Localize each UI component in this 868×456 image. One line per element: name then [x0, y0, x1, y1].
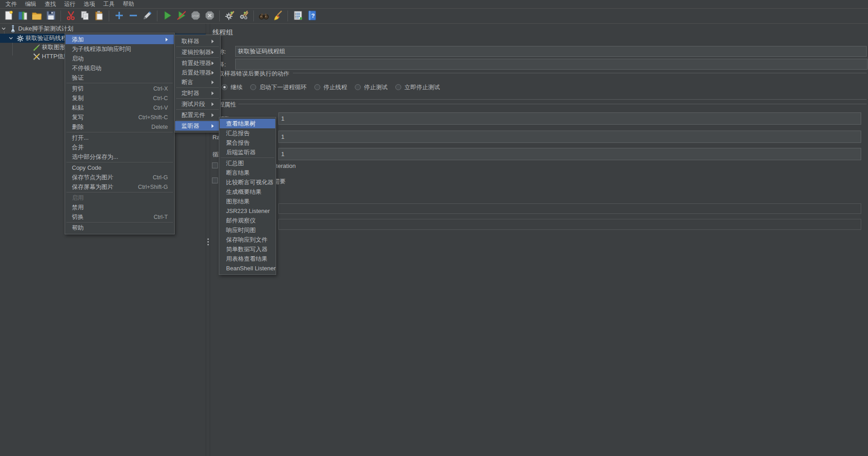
- paste-button[interactable]: [93, 10, 105, 22]
- listener-submenu-item[interactable]: 简单数据写入器: [220, 244, 275, 254]
- menubar-item[interactable]: 文件: [1, 0, 21, 9]
- menu-item-label: 粘贴: [72, 104, 84, 112]
- error-action-option[interactable]: 启动下一进程循环: [250, 83, 307, 91]
- error-action-group-title: 在取样器错误后要执行的动作: [212, 70, 289, 78]
- listener-submenu-item[interactable]: 用表格查看结果: [220, 254, 275, 263]
- listener-submenu-item[interactable]: 比较断言可视化器: [220, 177, 275, 187]
- menubar-item[interactable]: 工具: [99, 0, 119, 9]
- radio-icon[interactable]: [355, 84, 361, 90]
- tree-node-test-plan[interactable]: Duke脚手架测试计划: [0, 24, 206, 33]
- loop-count-input[interactable]: 1: [278, 148, 861, 160]
- listener-submenu-item[interactable]: 聚合报告: [220, 138, 275, 147]
- save-button[interactable]: [45, 10, 57, 22]
- context-menu-item[interactable]: Copy Code: [66, 163, 174, 172]
- function-helper-button[interactable]: [292, 10, 304, 22]
- add-submenu-item[interactable]: 定时器: [175, 88, 220, 98]
- context-menu-item[interactable]: 复写Ctrl+Shift-C: [66, 112, 174, 122]
- listener-submenu-item[interactable]: 汇总报告: [220, 128, 275, 138]
- start-button[interactable]: [161, 10, 173, 22]
- listener-submenu-item[interactable]: 断言结果: [220, 168, 275, 177]
- context-menu-item[interactable]: 保存节点为图片Ctrl-G: [66, 172, 174, 182]
- toolbar-separator: [253, 10, 254, 21]
- listener-submenu-item[interactable]: JSR223 Listener: [220, 206, 275, 216]
- menubar-item[interactable]: 帮助: [119, 0, 138, 9]
- add-button[interactable]: [113, 10, 125, 22]
- context-menu-item[interactable]: 复制Ctrl-C: [66, 93, 174, 103]
- context-menu-item[interactable]: 禁用: [66, 203, 174, 212]
- add-submenu-item[interactable]: 逻辑控制器: [175, 47, 220, 57]
- context-menu-item[interactable]: 为子线程添加响应时间: [66, 44, 174, 54]
- context-menu-item[interactable]: 保存屏幕为图片Ctrl+Shift-G: [66, 182, 174, 192]
- context-menu-item[interactable]: 启用: [66, 193, 174, 203]
- listener-submenu-item[interactable]: 后端监听器: [220, 147, 275, 157]
- context-menu-item[interactable]: 粘贴Ctrl-V: [66, 103, 174, 112]
- name-input[interactable]: 获取验证码线程组: [235, 46, 867, 57]
- context-menu-item[interactable]: 删除Delete: [66, 122, 174, 132]
- listener-submenu-item[interactable]: 邮件观察仪: [220, 216, 275, 225]
- menu-item-label: 不停顿启动: [72, 64, 101, 72]
- cut-button[interactable]: [65, 10, 77, 22]
- context-menu-item[interactable]: 合并: [66, 142, 174, 152]
- listener-submenu-item-view-results-tree[interactable]: 查看结果树: [220, 119, 275, 128]
- add-submenu-item[interactable]: 后置处理器: [175, 68, 220, 77]
- radio-selected-icon[interactable]: [222, 84, 227, 90]
- listener-submenu-item[interactable]: 生成概要结果: [220, 187, 275, 197]
- add-submenu-item[interactable]: 前置处理器: [175, 58, 220, 68]
- context-menu-item[interactable]: 验证: [66, 73, 174, 82]
- chevron-down-icon[interactable]: [1, 26, 6, 31]
- remote-start-icon: [224, 10, 235, 22]
- error-action-option[interactable]: 停止测试: [355, 83, 388, 91]
- add-submenu-item[interactable]: 配置元件: [175, 110, 220, 120]
- listener-submenu-item[interactable]: 保存响应到文件: [220, 235, 275, 244]
- menu-item-shortcut: Ctrl-C: [140, 95, 168, 101]
- radio-icon[interactable]: [250, 84, 256, 90]
- context-menu-item[interactable]: 启动: [66, 54, 174, 63]
- stop-button[interactable]: STOP: [189, 10, 202, 22]
- remote-start-all-button[interactable]: [237, 10, 250, 22]
- new-file-button[interactable]: [2, 10, 15, 22]
- context-menu-item[interactable]: 打开...: [66, 133, 174, 142]
- context-menu-item[interactable]: 剪切Ctrl-X: [66, 84, 174, 93]
- remove-button[interactable]: [127, 10, 139, 22]
- start-no-pauses-button[interactable]: [175, 10, 187, 22]
- splitter-grip-icon[interactable]: [207, 238, 209, 247]
- context-menu-item[interactable]: 不停顿启动: [66, 63, 174, 73]
- add-submenu-item-listeners[interactable]: 监听器: [175, 121, 220, 131]
- radio-icon[interactable]: [395, 84, 401, 90]
- remote-start-button[interactable]: [223, 10, 236, 22]
- menubar-item[interactable]: 查找: [40, 0, 60, 9]
- menubar-item[interactable]: 运行: [60, 0, 80, 9]
- context-menu-item[interactable]: 切换Ctrl-T: [66, 212, 174, 222]
- rampup-input[interactable]: 1: [278, 131, 861, 143]
- chevron-down-icon[interactable]: [8, 35, 14, 41]
- add-submenu-item[interactable]: 断言: [175, 77, 220, 87]
- listener-submenu-item[interactable]: 图形结果: [220, 197, 275, 206]
- radio-icon[interactable]: [314, 84, 320, 90]
- error-action-option[interactable]: 继续: [222, 83, 242, 91]
- duration-input[interactable]: [278, 203, 861, 214]
- context-menu-item[interactable]: 帮助: [66, 223, 174, 233]
- thread-group-panel: 线程组 名称: 获取验证码线程组 注释: 在取样器错误后要执行的动作 继续启动下…: [210, 24, 868, 456]
- copy-button[interactable]: [79, 10, 91, 22]
- menubar-item[interactable]: 选项: [80, 0, 99, 9]
- search-button[interactable]: [257, 10, 270, 22]
- context-menu-item-add[interactable]: 添加: [66, 35, 174, 44]
- startup-delay-input[interactable]: [278, 219, 861, 230]
- error-action-option[interactable]: 停止线程: [314, 83, 347, 91]
- templates-button[interactable]: [16, 10, 29, 22]
- listener-submenu-item[interactable]: BeanShell Listener: [220, 263, 275, 273]
- menubar-item[interactable]: 编辑: [21, 0, 40, 9]
- open-folder-button[interactable]: [30, 10, 43, 22]
- clear-button[interactable]: [272, 10, 284, 22]
- listener-submenu-item[interactable]: 响应时间图: [220, 225, 275, 235]
- comment-input[interactable]: [235, 59, 868, 70]
- add-submenu-item[interactable]: 取样器: [175, 36, 220, 46]
- threads-input[interactable]: 1: [278, 112, 861, 125]
- add-submenu-item[interactable]: 测试片段: [175, 99, 220, 109]
- shutdown-button[interactable]: [203, 10, 216, 22]
- help-button[interactable]: ?: [306, 10, 318, 22]
- edit-button[interactable]: [141, 10, 153, 22]
- listener-submenu-item[interactable]: 汇总图: [220, 158, 275, 168]
- error-action-option[interactable]: 立即停止测试: [395, 83, 440, 91]
- context-menu-item[interactable]: 选中部分保存为...: [66, 152, 174, 162]
